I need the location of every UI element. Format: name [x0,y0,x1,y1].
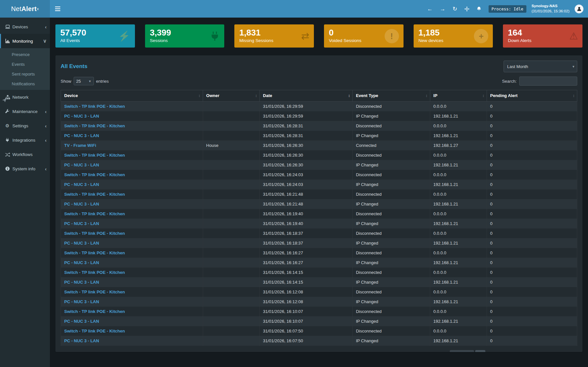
device-link[interactable]: Switch - TP link POE - Kitchen [64,329,125,333]
cell-date: 31/01/2026, 16:28:31 [259,121,352,131]
sidebar-item-monitoring[interactable]: Monitoring ∨ [0,34,50,48]
cell-pending-alert: 0 [487,111,577,121]
device-link[interactable]: PC - NUC 3 - LAN [64,221,99,226]
device-link[interactable]: PC - NUC 3 - LAN [64,162,99,167]
device-link[interactable]: Switch - TP link POE - Kitchen [64,270,125,275]
pagination-page-2303[interactable]: 2303 [542,350,559,352]
stat-card-sessions[interactable]: 3,399 Sessions [145,24,225,48]
all-events-panel: All Events Last Month ▾ Show 25 ▾ entrie… [55,55,582,352]
device-link[interactable]: Switch - TP link POE - Kitchen [64,104,125,109]
period-select[interactable]: Last Month [504,61,577,72]
device-link[interactable]: PC - NUC 3 - LAN [64,241,99,246]
submenu-item-notifications[interactable]: Notifications [0,79,50,89]
table-row: Switch - TP link POE - Kitchen31/01/2026… [61,248,577,258]
column-header-device[interactable]: Device↕ [61,90,203,102]
device-link[interactable]: Switch - TP link POE - Kitchen [64,172,125,177]
cell-owner [203,131,259,141]
stat-card-new-devices[interactable]: 1,185 New devices + [414,24,493,48]
submenu-item-presence[interactable]: Presence [0,49,50,59]
bell-icon[interactable] [477,6,481,11]
device-link[interactable]: PC - NUC 3 - LAN [64,280,99,285]
cell-event-type: IP Changed [352,160,430,170]
sidebar-item-label: System info [12,166,44,171]
pagination-page-1[interactable]: 1 [475,350,485,352]
table-controls: Show 25 ▾ entries Search: [61,76,577,86]
sidebar-item-workflows[interactable]: Workflows [0,147,50,162]
device-link[interactable]: Switch - TP link POE - Kitchen [64,123,125,128]
device-link[interactable]: PC - NUC 3 - LAN [64,338,99,343]
cell-owner [203,180,259,190]
cell-pending-alert: 0 [487,190,577,199]
device-link[interactable]: Switch - TP link POE - Kitchen [64,250,125,255]
search-input[interactable] [519,77,577,86]
sidebar-item-label: Network [12,95,47,100]
stat-card-voided-sessions[interactable]: 0 Voided Sessions ! [324,24,404,48]
device-link[interactable]: PC - NUC 3 - LAN [64,319,99,324]
pagination-page-3[interactable]: 3 [498,350,508,352]
pagination-page-2[interactable]: 2 [487,350,497,352]
sidebar-item-network[interactable]: Network [0,90,50,104]
device-link[interactable]: Switch - TP link POE - Kitchen [64,153,125,158]
cell-ip: 0.0.0.0 [430,121,487,131]
pagination-page-5[interactable]: 5 [521,350,531,352]
move-arrows-icon[interactable] [464,7,469,11]
cell-pending-alert: 0 [487,199,577,209]
page-length-select[interactable]: 25 [74,77,94,85]
cell-pending-alert: 0 [487,258,577,268]
sidebar-item-system-info[interactable]: System info ‹ [0,162,50,176]
stat-card-missing-sessions[interactable]: 1,831 Missing Sessions ⇄ [234,24,314,48]
device-link[interactable]: Switch - TP link POE - Kitchen [64,192,125,197]
cell-event-type: IP Changed [352,238,430,248]
cell-ip: 0.0.0.0 [430,150,487,160]
refresh-icon[interactable]: ↻ [453,6,457,12]
column-header-event-type[interactable]: Event Type↕ [352,90,430,102]
device-link[interactable]: TV - Frame WiFi [64,143,96,148]
pagination-page-4[interactable]: 4 [510,350,520,352]
sidebar-item-settings[interactable]: ⚙ Settings ‹ [0,119,50,133]
cell-ip: 0.0.0.0 [430,209,487,219]
column-header-pending-alert[interactable]: Pending Alert↕ [487,90,577,102]
device-link[interactable]: Switch - TP link POE - Kitchen [64,309,125,314]
column-header-ip[interactable]: IP↕ [430,90,487,102]
cell-date: 31/01/2026, 16:14:15 [259,268,352,277]
column-header-date[interactable]: Date↕ [259,90,352,102]
device-link[interactable]: PC - NUC 3 - LAN [64,133,99,138]
column-header-owner[interactable]: Owner↕ [203,90,259,102]
cell-owner [203,297,259,307]
sidebar-item-maintenance[interactable]: Maintenance ‹ [0,104,50,119]
device-link[interactable]: PC - NUC 3 - LAN [64,182,99,187]
back-arrow-icon[interactable]: ← [427,6,433,12]
chevron-left-icon: ‹ [45,24,47,30]
pagination-prev-button[interactable]: Previous [450,350,474,352]
cell-ip: 0.0.0.0 [430,170,487,180]
cell-event-type: Disconnected [352,307,430,317]
pagination-next-button[interactable]: Next [561,350,577,352]
app-logo[interactable]: NetAlertx [0,0,50,18]
forward-arrow-icon[interactable]: → [440,6,446,12]
sidebar-toggle-button[interactable] [50,0,66,18]
device-link[interactable]: PC - NUC 3 - LAN [64,260,99,265]
submenu-item-events[interactable]: Events [0,59,50,69]
device-link[interactable]: Switch - TP link POE - Kitchen [64,289,125,294]
cell-device: Switch - TP link POE - Kitchen [61,209,203,219]
cell-pending-alert: 0 [487,297,577,307]
stat-label: Down Alerts [508,38,578,43]
cell-event-type: Disconnected [352,190,430,199]
cell-pending-alert: 0 [487,336,577,346]
exchange-icon: ⇄ [301,31,309,41]
device-link[interactable]: PC - NUC 3 - LAN [64,299,99,304]
device-link[interactable]: PC - NUC 3 - LAN [64,114,99,119]
user-avatar[interactable] [575,5,583,13]
device-link[interactable]: PC - NUC 3 - LAN [64,202,99,206]
table-row: PC - NUC 3 - LAN31/01/2026, 16:19:40IP C… [61,219,577,229]
sidebar-item-devices[interactable]: Devices ‹ [0,20,50,34]
cell-pending-alert: 0 [487,277,577,287]
device-link[interactable]: Switch - TP link POE - Kitchen [64,211,125,216]
stat-card-down-alerts[interactable]: 164 Down Alerts ⚠ [503,24,582,48]
table-row: PC - NUC 3 - LAN31/01/2026, 16:18:37IP C… [61,238,577,248]
cell-event-type: Disconnected [352,102,430,111]
device-link[interactable]: Switch - TP link POE - Kitchen [64,231,125,236]
stat-card-all-events[interactable]: 57,570 All Events ⚡ [55,24,135,48]
submenu-item-sent-reports[interactable]: Sent reports [0,69,50,79]
sidebar-item-integrations[interactable]: Integrations ‹ [0,133,50,147]
